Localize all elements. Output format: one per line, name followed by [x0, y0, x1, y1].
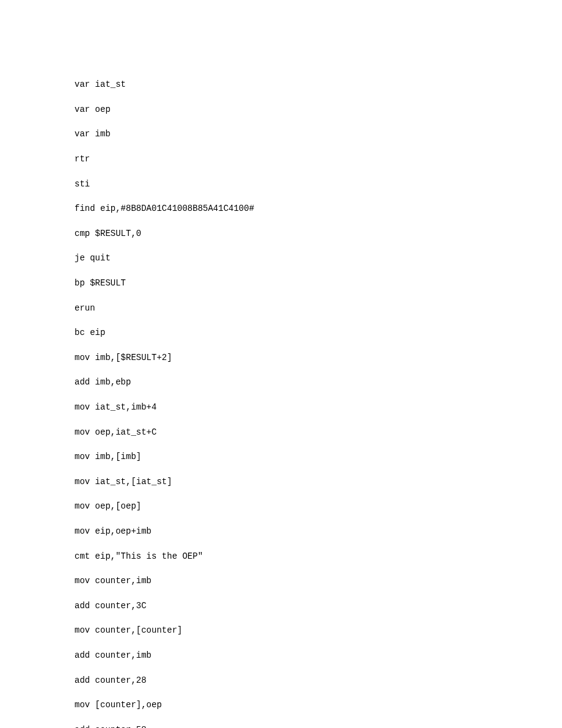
- code-listing: var iat_st var oep var imb rtr sti find …: [0, 0, 562, 728]
- code-line: mov iat_st,imb+4: [75, 401, 562, 413]
- code-line: erun: [75, 302, 562, 314]
- code-line: mov counter,imb: [75, 575, 562, 587]
- code-line: add imb,ebp: [75, 376, 562, 388]
- code-line: mov imb,[imb]: [75, 450, 562, 463]
- code-line: mov eip,oep+imb: [75, 525, 562, 537]
- code-line: var oep: [75, 103, 562, 116]
- code-line: mov oep,[oep]: [75, 500, 562, 512]
- code-line: add counter,imb: [75, 649, 562, 661]
- code-line: bp $RESULT: [75, 277, 562, 289]
- code-line: sti: [75, 178, 562, 190]
- code-line: add counter,3C: [75, 600, 562, 612]
- code-line: cmt eip,"This is the OEP": [75, 550, 562, 562]
- code-line: mov counter,[counter]: [75, 624, 562, 636]
- code-line: var imb: [75, 128, 562, 140]
- code-line: add counter,28: [75, 674, 562, 686]
- code-line: var iat_st: [75, 78, 562, 90]
- code-line: add counter,58: [75, 724, 562, 728]
- code-line: mov iat_st,[iat_st]: [75, 476, 562, 488]
- code-line: mov oep,iat_st+C: [75, 426, 562, 438]
- code-line: rtr: [75, 153, 562, 165]
- code-line: je quit: [75, 252, 562, 264]
- code-line: mov [counter],oep: [75, 699, 562, 711]
- code-line: bc eip: [75, 326, 562, 339]
- code-line: mov imb,[$RESULT+2]: [75, 351, 562, 364]
- code-line: cmp $RESULT,0: [75, 227, 562, 240]
- code-line: find eip,#8B8DA01C41008B85A41C4100#: [75, 202, 562, 215]
